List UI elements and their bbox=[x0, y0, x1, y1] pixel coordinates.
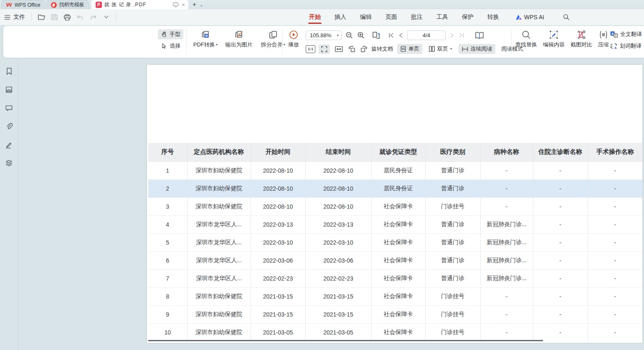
menu-item-convert[interactable]: 转换 bbox=[487, 10, 500, 25]
table-cell: - bbox=[480, 197, 533, 215]
tab-wps-office[interactable]: WPS Office bbox=[1, 0, 45, 9]
table-cell: 普通门诊 bbox=[425, 215, 480, 233]
hand-tool-button[interactable]: 手型 bbox=[158, 29, 183, 39]
table-cell: 3 bbox=[148, 197, 187, 215]
table-cell: 居民身份证 bbox=[371, 179, 425, 197]
table-cell: 2021-03-05 bbox=[305, 323, 371, 341]
menu-search-icon[interactable] bbox=[561, 12, 571, 22]
undo-button[interactable] bbox=[75, 12, 85, 22]
table-cell: 2022-08-10 bbox=[305, 197, 371, 215]
table-cell: - bbox=[588, 269, 642, 287]
edit-content-button[interactable]: 编辑内容 bbox=[543, 30, 565, 49]
table-cell: 深圳市龙华区人... bbox=[187, 215, 251, 233]
signature-panel-button[interactable] bbox=[4, 140, 14, 150]
table-row: 4深圳市龙华区人...2022-03-132022-03-13社会保障卡普通门诊… bbox=[148, 215, 642, 233]
last-page-button[interactable] bbox=[459, 32, 465, 38]
layers-panel-button[interactable] bbox=[4, 158, 14, 168]
rotate-document-button[interactable]: 旋转文档 bbox=[371, 45, 393, 53]
table-cell: 深圳市龙华区人... bbox=[187, 269, 251, 287]
table-header-cell: 手术操作名称 bbox=[588, 143, 642, 161]
continuous-reading-button[interactable]: 连续阅读 bbox=[459, 44, 495, 54]
open-file-button[interactable] bbox=[36, 12, 46, 22]
bookmarks-panel-button[interactable] bbox=[4, 66, 14, 76]
screenshot-compare-button[interactable]: 截图对比 bbox=[570, 30, 592, 49]
table-cell: 7 bbox=[148, 269, 187, 287]
table-cell: 社会保障卡 bbox=[371, 233, 425, 251]
select-tool-button[interactable]: 选择 bbox=[158, 41, 183, 51]
zoom-level-select[interactable]: 105.88% ▾ bbox=[306, 31, 342, 40]
table-cell: 2021-03-15 bbox=[251, 305, 305, 323]
menu-item-home[interactable]: 开始 bbox=[308, 10, 322, 25]
menu-item-edit[interactable]: 编辑 bbox=[359, 10, 373, 25]
document-viewport[interactable]: 序号定点医药机构名称开始时间结束时间就诊凭证类型医疗类别病种名称住院主诊断名称手… bbox=[19, 58, 644, 350]
table-cell: 深圳市妇幼保健院 bbox=[187, 305, 251, 323]
first-page-button[interactable] bbox=[388, 32, 394, 38]
table-cell: 2022-03-13 bbox=[305, 215, 371, 233]
print-button[interactable] bbox=[62, 12, 72, 22]
table-cell: - bbox=[588, 215, 642, 233]
single-page-button[interactable]: 单页 bbox=[397, 44, 422, 54]
comment-icon bbox=[5, 105, 13, 112]
split-merge-button[interactable]: 拆分合并▾ bbox=[257, 30, 289, 49]
table-cell: 新冠肺炎门诊... bbox=[480, 233, 533, 251]
table-cell: 深圳市龙华区人... bbox=[187, 233, 251, 251]
menu-item-protect[interactable]: 保护 bbox=[461, 10, 474, 25]
previous-page-button[interactable] bbox=[398, 32, 403, 38]
word-translate-icon: 文 A bbox=[610, 42, 618, 50]
table-cell: 新冠肺炎门诊... bbox=[480, 215, 533, 233]
menu-item-page[interactable]: 页面 bbox=[385, 10, 398, 25]
rotate-left-button[interactable] bbox=[348, 45, 356, 53]
image-icon bbox=[5, 86, 13, 94]
zoom-out-button[interactable] bbox=[345, 31, 353, 39]
table-row: 7深圳市龙华区人...2022-02-232022-02-23社会保障卡普通门诊… bbox=[148, 269, 642, 287]
find-replace-button[interactable]: 查找替换 bbox=[515, 30, 537, 49]
actual-size-button[interactable]: 1:1 bbox=[306, 45, 315, 53]
document-title: 就 医 记 录 .PDF bbox=[104, 1, 147, 8]
tab-docer-template[interactable]: 找稻壳模板 bbox=[46, 0, 89, 9]
edit-pencil-icon bbox=[549, 30, 559, 40]
word-translate-button[interactable]: 文 A 划词翻译 ▾ bbox=[610, 42, 644, 50]
table-cell: 2021-03-15 bbox=[251, 287, 305, 305]
undo-redo-chevron-icon[interactable] bbox=[101, 12, 111, 22]
thumbnails-panel-button[interactable] bbox=[4, 84, 14, 95]
fit-width-button[interactable] bbox=[333, 44, 345, 54]
table-cell: 普通门诊 bbox=[425, 233, 480, 251]
monitor-icon[interactable] bbox=[172, 2, 179, 8]
menu-item-annotate[interactable]: 批注 bbox=[410, 10, 423, 25]
tab-document[interactable]: P 就 医 记 录 .PDF × bbox=[91, 0, 188, 9]
search-icon bbox=[521, 30, 531, 40]
new-tab-button[interactable]: + bbox=[193, 1, 196, 8]
full-text-translate-button[interactable]: A 文 全文翻译 bbox=[610, 31, 644, 38]
comments-panel-button[interactable] bbox=[4, 103, 14, 113]
fit-page-button[interactable] bbox=[319, 44, 330, 54]
compress-button[interactable]: 压缩 bbox=[598, 30, 609, 49]
hamburger-icon[interactable] bbox=[4, 15, 10, 20]
table-cell: 门诊挂号 bbox=[425, 305, 480, 323]
menu-item-tools[interactable]: 工具 bbox=[436, 10, 449, 25]
redo-button[interactable] bbox=[88, 12, 98, 22]
rotate-pages-button[interactable] bbox=[371, 31, 381, 40]
table-cell: 2022-08-10 bbox=[251, 179, 305, 197]
page-number-input[interactable] bbox=[407, 31, 446, 40]
pdf-convert-button[interactable]: W PDF转换▾ bbox=[190, 30, 221, 49]
table-cell: 社会保障卡 bbox=[371, 305, 425, 323]
table-cell: 2022-08-10 bbox=[251, 197, 305, 215]
tab-list-chevron-icon[interactable]: ⌄ bbox=[200, 3, 203, 7]
svg-text:文: 文 bbox=[610, 43, 614, 47]
compress-icon bbox=[598, 30, 609, 40]
zoom-in-button[interactable] bbox=[357, 31, 365, 39]
attachments-panel-button[interactable] bbox=[4, 121, 14, 131]
table-cell: 居民身份证 bbox=[371, 161, 425, 179]
read-mode-book-icon[interactable] bbox=[474, 31, 484, 40]
play-button[interactable]: 播放 bbox=[285, 30, 302, 49]
next-page-button[interactable] bbox=[449, 32, 455, 38]
export-as-image-button[interactable]: 输出为图片 bbox=[223, 30, 255, 49]
save-button[interactable] bbox=[49, 12, 59, 22]
table-bottom-border bbox=[148, 340, 543, 341]
double-page-button[interactable]: 双页 ▾ bbox=[426, 44, 455, 54]
wps-ai-button[interactable]: WPS AI bbox=[515, 14, 544, 20]
file-menu[interactable]: 文件 bbox=[13, 13, 25, 21]
close-tab-icon[interactable]: × bbox=[182, 2, 185, 8]
menu-item-insert[interactable]: 插入 bbox=[334, 10, 347, 25]
rotate-right-button[interactable] bbox=[360, 45, 368, 53]
